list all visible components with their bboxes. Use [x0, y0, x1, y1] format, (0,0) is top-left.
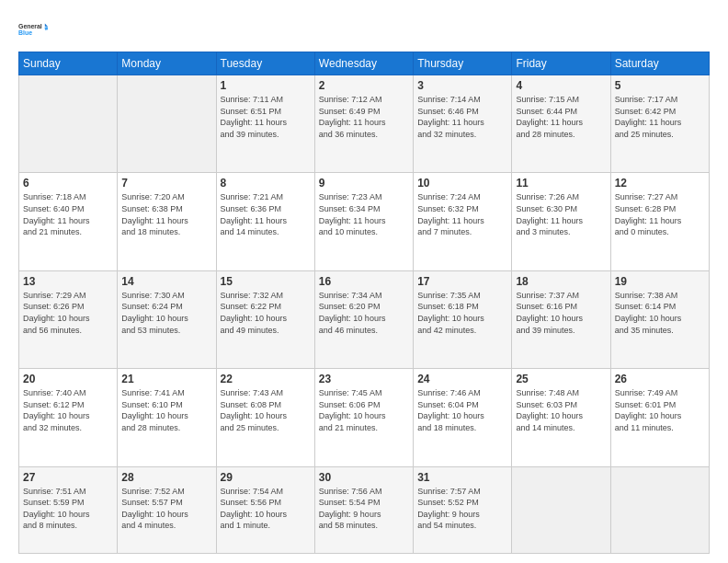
calendar-cell: 14Sunrise: 7:30 AM Sunset: 6:24 PM Dayli…	[118, 270, 216, 368]
day-info: Sunrise: 7:32 AM Sunset: 6:22 PM Dayligh…	[221, 290, 311, 336]
calendar-cell: 12Sunrise: 7:27 AM Sunset: 6:28 PM Dayli…	[610, 173, 709, 270]
calendar-cell	[19, 75, 118, 173]
calendar-cell	[118, 75, 216, 173]
day-number: 21	[121, 373, 211, 385]
svg-text:General: General	[18, 23, 42, 29]
day-number: 14	[121, 275, 211, 288]
day-info: Sunrise: 7:21 AM Sunset: 6:36 PM Dayligh…	[221, 191, 311, 237]
logo-svg: General Blue	[18, 15, 48, 44]
day-number: 29	[221, 471, 311, 484]
calendar-cell: 7Sunrise: 7:20 AM Sunset: 6:38 PM Daylig…	[118, 173, 216, 270]
calendar-week-row: 13Sunrise: 7:29 AM Sunset: 6:26 PM Dayli…	[19, 270, 710, 368]
day-number: 20	[23, 373, 113, 385]
day-info: Sunrise: 7:26 AM Sunset: 6:30 PM Dayligh…	[516, 191, 606, 237]
calendar-cell: 17Sunrise: 7:35 AM Sunset: 6:18 PM Dayli…	[414, 270, 512, 368]
day-number: 24	[417, 373, 507, 385]
calendar-cell: 15Sunrise: 7:32 AM Sunset: 6:22 PM Dayli…	[216, 270, 314, 368]
calendar-header-wednesday: Wednesday	[314, 52, 413, 75]
day-info: Sunrise: 7:49 AM Sunset: 6:01 PM Dayligh…	[615, 387, 705, 433]
calendar-week-row: 27Sunrise: 7:51 AM Sunset: 5:59 PM Dayli…	[19, 466, 710, 553]
calendar-cell: 8Sunrise: 7:21 AM Sunset: 6:36 PM Daylig…	[216, 173, 314, 270]
logo: General Blue	[18, 15, 48, 44]
calendar-cell: 5Sunrise: 7:17 AM Sunset: 6:42 PM Daylig…	[610, 75, 709, 173]
day-number: 26	[615, 373, 705, 385]
day-number: 15	[221, 275, 311, 288]
day-info: Sunrise: 7:30 AM Sunset: 6:24 PM Dayligh…	[121, 290, 211, 336]
calendar-cell: 30Sunrise: 7:56 AM Sunset: 5:54 PM Dayli…	[314, 466, 413, 553]
calendar-header-sunday: Sunday	[19, 52, 118, 75]
day-number: 18	[516, 275, 606, 288]
day-info: Sunrise: 7:56 AM Sunset: 5:54 PM Dayligh…	[319, 486, 409, 532]
day-number: 5	[615, 79, 705, 92]
day-number: 22	[221, 373, 311, 385]
day-info: Sunrise: 7:23 AM Sunset: 6:34 PM Dayligh…	[319, 191, 409, 237]
day-number: 16	[319, 275, 409, 288]
day-number: 11	[516, 177, 606, 190]
calendar-cell: 24Sunrise: 7:46 AM Sunset: 6:04 PM Dayli…	[414, 369, 512, 466]
day-info: Sunrise: 7:15 AM Sunset: 6:44 PM Dayligh…	[516, 94, 606, 140]
day-number: 19	[615, 275, 705, 288]
calendar-table: SundayMondayTuesdayWednesdayThursdayFrid…	[18, 52, 710, 554]
day-number: 7	[121, 177, 211, 190]
day-info: Sunrise: 7:38 AM Sunset: 6:14 PM Dayligh…	[615, 290, 705, 336]
calendar-cell: 6Sunrise: 7:18 AM Sunset: 6:40 PM Daylig…	[19, 173, 118, 270]
calendar-cell: 31Sunrise: 7:57 AM Sunset: 5:52 PM Dayli…	[414, 466, 512, 553]
day-info: Sunrise: 7:37 AM Sunset: 6:16 PM Dayligh…	[516, 290, 606, 336]
calendar-header-row: SundayMondayTuesdayWednesdayThursdayFrid…	[19, 52, 710, 75]
calendar-week-row: 6Sunrise: 7:18 AM Sunset: 6:40 PM Daylig…	[19, 173, 710, 270]
calendar-header-thursday: Thursday	[414, 52, 512, 75]
calendar-cell: 29Sunrise: 7:54 AM Sunset: 5:56 PM Dayli…	[216, 466, 314, 553]
day-number: 10	[417, 177, 507, 190]
page-header: General Blue	[18, 15, 710, 44]
calendar-header-monday: Monday	[118, 52, 216, 75]
day-info: Sunrise: 7:43 AM Sunset: 6:08 PM Dayligh…	[221, 387, 311, 433]
svg-marker-2	[45, 24, 48, 27]
day-info: Sunrise: 7:57 AM Sunset: 5:52 PM Dayligh…	[417, 486, 507, 532]
calendar-cell: 18Sunrise: 7:37 AM Sunset: 6:16 PM Dayli…	[512, 270, 610, 368]
calendar-header-saturday: Saturday	[610, 52, 709, 75]
day-number: 23	[319, 373, 409, 385]
calendar-cell: 3Sunrise: 7:14 AM Sunset: 6:46 PM Daylig…	[414, 75, 512, 173]
day-number: 13	[23, 275, 113, 288]
day-number: 25	[516, 373, 606, 385]
calendar-cell: 4Sunrise: 7:15 AM Sunset: 6:44 PM Daylig…	[512, 75, 610, 173]
day-number: 30	[319, 471, 409, 484]
day-number: 4	[516, 79, 606, 92]
day-number: 1	[221, 79, 311, 92]
calendar-cell: 26Sunrise: 7:49 AM Sunset: 6:01 PM Dayli…	[610, 369, 709, 466]
calendar-week-row: 20Sunrise: 7:40 AM Sunset: 6:12 PM Dayli…	[19, 369, 710, 466]
day-info: Sunrise: 7:14 AM Sunset: 6:46 PM Dayligh…	[417, 94, 507, 140]
day-number: 8	[221, 177, 311, 190]
day-number: 28	[121, 471, 211, 484]
day-info: Sunrise: 7:24 AM Sunset: 6:32 PM Dayligh…	[417, 191, 507, 237]
calendar-cell: 9Sunrise: 7:23 AM Sunset: 6:34 PM Daylig…	[314, 173, 413, 270]
svg-marker-3	[45, 27, 48, 30]
day-info: Sunrise: 7:11 AM Sunset: 6:51 PM Dayligh…	[221, 94, 311, 140]
day-info: Sunrise: 7:51 AM Sunset: 5:59 PM Dayligh…	[23, 486, 113, 532]
calendar-cell: 10Sunrise: 7:24 AM Sunset: 6:32 PM Dayli…	[414, 173, 512, 270]
calendar-header-friday: Friday	[512, 52, 610, 75]
calendar-cell	[610, 466, 709, 553]
calendar-cell: 27Sunrise: 7:51 AM Sunset: 5:59 PM Dayli…	[19, 466, 118, 553]
calendar-cell: 13Sunrise: 7:29 AM Sunset: 6:26 PM Dayli…	[19, 270, 118, 368]
calendar-cell	[512, 466, 610, 553]
calendar-cell: 21Sunrise: 7:41 AM Sunset: 6:10 PM Dayli…	[118, 369, 216, 466]
day-number: 27	[23, 471, 113, 484]
day-info: Sunrise: 7:40 AM Sunset: 6:12 PM Dayligh…	[23, 387, 113, 433]
calendar-cell: 23Sunrise: 7:45 AM Sunset: 6:06 PM Dayli…	[314, 369, 413, 466]
day-info: Sunrise: 7:20 AM Sunset: 6:38 PM Dayligh…	[121, 191, 211, 237]
day-info: Sunrise: 7:27 AM Sunset: 6:28 PM Dayligh…	[615, 191, 705, 237]
day-info: Sunrise: 7:54 AM Sunset: 5:56 PM Dayligh…	[221, 486, 311, 532]
day-info: Sunrise: 7:29 AM Sunset: 6:26 PM Dayligh…	[23, 290, 113, 336]
day-info: Sunrise: 7:41 AM Sunset: 6:10 PM Dayligh…	[121, 387, 211, 433]
calendar-cell: 19Sunrise: 7:38 AM Sunset: 6:14 PM Dayli…	[610, 270, 709, 368]
calendar-cell: 1Sunrise: 7:11 AM Sunset: 6:51 PM Daylig…	[216, 75, 314, 173]
day-info: Sunrise: 7:46 AM Sunset: 6:04 PM Dayligh…	[417, 387, 507, 433]
day-number: 12	[615, 177, 705, 190]
day-info: Sunrise: 7:18 AM Sunset: 6:40 PM Dayligh…	[23, 191, 113, 237]
calendar-cell: 11Sunrise: 7:26 AM Sunset: 6:30 PM Dayli…	[512, 173, 610, 270]
day-number: 31	[417, 471, 507, 484]
day-number: 6	[23, 177, 113, 190]
calendar-cell: 16Sunrise: 7:34 AM Sunset: 6:20 PM Dayli…	[314, 270, 413, 368]
calendar-week-row: 1Sunrise: 7:11 AM Sunset: 6:51 PM Daylig…	[19, 75, 710, 173]
